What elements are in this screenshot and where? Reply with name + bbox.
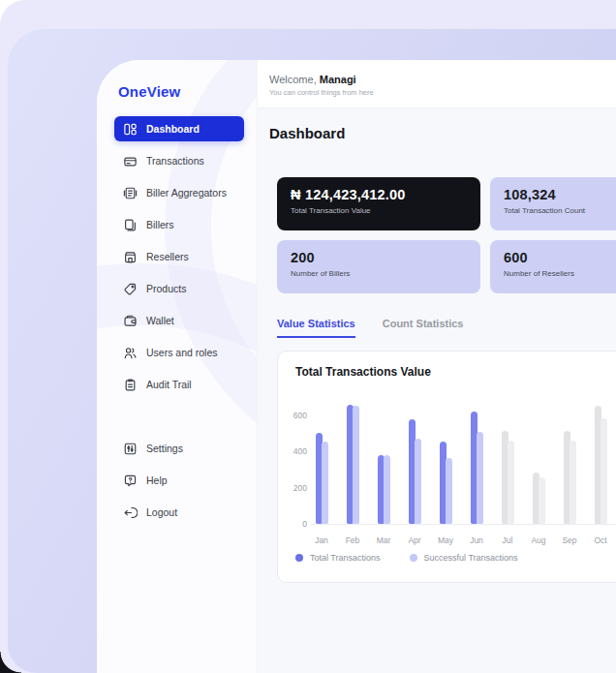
settings-icon <box>123 442 138 456</box>
legend-dot-icon <box>295 554 303 562</box>
page-title: Dashboard <box>269 125 345 141</box>
sidebar-item-label: Biller Aggregators <box>146 187 227 199</box>
x-axis-label: May <box>438 535 453 545</box>
resellers-icon <box>123 250 138 264</box>
welcome-prefix: Welcome, <box>269 74 317 85</box>
bar-successful-transactions-may <box>446 458 452 524</box>
sidebar-item-dashboard[interactable]: Dashboard <box>114 116 244 141</box>
x-axis-label: Jan <box>315 535 328 545</box>
bar-successful-transactions-jan <box>322 442 328 524</box>
legend-entry-successful-transactions: Successful Transactions <box>410 553 518 563</box>
sidebar-item-label: Help <box>146 474 168 486</box>
sidebar: OneView DashboardTransactionsBiller Aggr… <box>97 60 258 673</box>
stat-label: Total Transaction Value <box>291 206 467 215</box>
app-window: OneView DashboardTransactionsBiller Aggr… <box>97 60 616 673</box>
bar-successful-transactions-mar <box>384 455 390 524</box>
stat-value: 200 <box>291 250 467 266</box>
sidebar-item-label: Users and roles <box>146 347 218 358</box>
bar-successful-transactions-apr <box>415 439 421 524</box>
audit-trail-icon <box>123 378 138 392</box>
y-axis-tick: 0 <box>288 519 307 529</box>
biller-aggregators-icon <box>123 186 138 200</box>
stat-card-total-transaction-count: 108,324Total Transaction Count <box>490 177 616 230</box>
tab-count-statistics[interactable]: Count Statistics <box>383 318 464 338</box>
x-axis-baseline <box>311 524 616 525</box>
x-axis-label: Sep <box>562 535 576 545</box>
sidebar-item-settings[interactable]: Settings <box>114 436 244 461</box>
screen-corner <box>0 652 21 673</box>
sidebar-item-label: Logout <box>146 506 177 518</box>
products-icon <box>123 282 138 296</box>
tab-value-statistics[interactable]: Value Statistics <box>277 318 355 338</box>
statistics-tabs: Value StatisticsCount Statistics <box>277 318 463 338</box>
bar-successful-transactions-sep <box>570 441 576 524</box>
sidebar-item-users-and-roles[interactable]: Users and roles <box>114 340 244 365</box>
bar-successful-transactions-jun <box>477 432 483 524</box>
sidebar-item-label: Audit Trail <box>146 379 192 390</box>
chart-title: Total Transactions Value <box>295 365 431 379</box>
sidebar-item-biller-aggregators[interactable]: Biller Aggregators <box>114 180 244 205</box>
x-axis-label: Jul <box>503 535 513 545</box>
y-axis-tick: 600 <box>288 411 307 420</box>
legend-label: Total Transactions <box>310 553 381 563</box>
sidebar-item-label: Products <box>146 283 186 294</box>
sidebar-item-audit-trail[interactable]: Audit Trail <box>114 372 244 397</box>
stat-label: Number of Billers <box>291 269 467 278</box>
sidebar-nav: DashboardTransactionsBiller AggregatorsB… <box>114 116 244 404</box>
bar-successful-transactions-oct <box>601 418 607 524</box>
stat-label: Number of Resellers <box>504 269 616 278</box>
sidebar-item-transactions[interactable]: Transactions <box>114 148 244 173</box>
stat-card-number-of-resellers: 600Number of Resellers <box>490 240 616 293</box>
chart-legend: Total TransactionsSuccessful Transaction… <box>295 553 518 563</box>
bar-successful-transactions-feb <box>353 406 359 524</box>
sidebar-item-billers[interactable]: Billers <box>114 212 244 237</box>
x-axis-label: Aug <box>531 535 545 545</box>
sidebar-item-label: Settings <box>146 443 183 454</box>
sidebar-item-label: Dashboard <box>146 123 200 135</box>
x-axis-label: Oct <box>594 535 606 545</box>
stat-card-total-transaction-value: ₦ 124,423,412.00Total Transaction Value <box>277 177 480 230</box>
billers-icon <box>123 218 138 232</box>
sidebar-item-help[interactable]: Help <box>114 468 244 493</box>
sidebar-item-label: Resellers <box>146 251 189 262</box>
sidebar-item-label: Billers <box>146 219 174 230</box>
x-axis-label: Jun <box>470 535 483 545</box>
x-axis-label: Mar <box>377 535 391 545</box>
sidebar-item-products[interactable]: Products <box>114 276 244 301</box>
legend-label: Successful Transactions <box>424 553 518 563</box>
sidebar-item-resellers[interactable]: Resellers <box>114 244 244 269</box>
sidebar-item-label: Wallet <box>146 315 174 326</box>
welcome-bar: Welcome, Managi You can control things f… <box>258 60 616 108</box>
x-axis-label: Feb <box>346 535 360 545</box>
bar-successful-transactions-aug <box>539 477 545 524</box>
dashboard-icon <box>123 122 138 137</box>
app-logo: OneView <box>118 83 180 100</box>
stat-value: 108,324 <box>504 187 616 203</box>
stat-label: Total Transaction Count <box>504 206 616 215</box>
sidebar-item-logout[interactable]: Logout <box>114 500 244 525</box>
sidebar-item-label: Transactions <box>146 155 204 167</box>
legend-dot-icon <box>410 554 417 562</box>
transactions-icon <box>123 154 138 168</box>
help-icon <box>123 474 138 488</box>
user-name: Managi <box>320 74 356 85</box>
screen: OneView DashboardTransactionsBiller Aggr… <box>0 0 616 673</box>
sidebar-item-wallet[interactable]: Wallet <box>114 308 244 333</box>
stat-card-number-of-billers: 200Number of Billers <box>277 240 480 293</box>
wallet-icon <box>123 314 138 328</box>
content-area: Welcome, Managi You can control things f… <box>258 60 616 673</box>
y-axis-tick: 200 <box>288 483 307 493</box>
y-axis-tick: 400 <box>288 446 307 456</box>
welcome-subtitle: You can control things from here <box>269 88 616 97</box>
users-roles-icon <box>123 346 138 360</box>
stat-value: 600 <box>504 250 616 266</box>
sidebar-footer-nav: SettingsHelpLogout <box>114 436 244 532</box>
logout-icon <box>123 505 138 520</box>
stat-value: ₦ 124,423,412.00 <box>291 187 467 203</box>
x-axis-label: Apr <box>408 535 420 545</box>
bar-successful-transactions-jul <box>508 441 514 524</box>
stat-cards: ₦ 124,423,412.00Total Transaction Value1… <box>277 177 616 293</box>
legend-entry-total-transactions: Total Transactions <box>295 553 381 563</box>
welcome-text: Welcome, Managi <box>269 74 616 86</box>
chart-card: Total Transactions Value 6004002000JanFe… <box>277 351 616 583</box>
